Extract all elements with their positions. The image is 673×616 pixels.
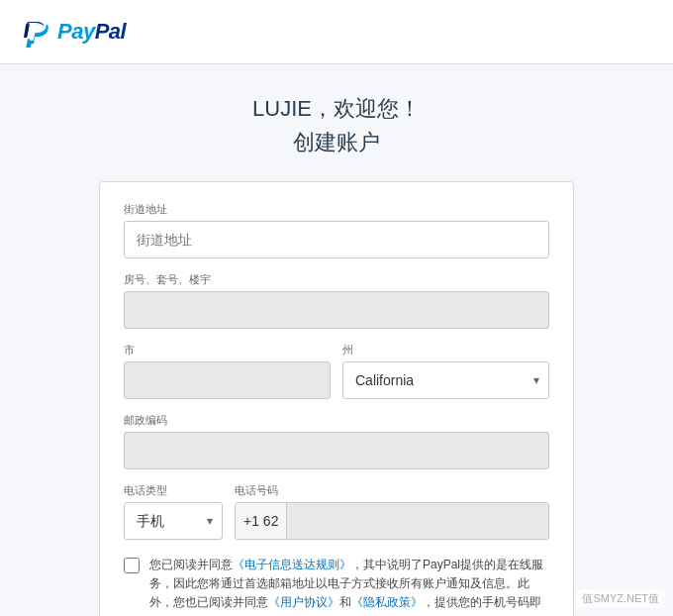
- phone-type-label: 电话类型: [124, 483, 223, 498]
- paypal-logo: PayPal: [20, 16, 126, 48]
- phone-type-select-wrapper: 手机 家庭 工作 ▾: [124, 502, 223, 540]
- street-input[interactable]: [124, 221, 549, 258]
- form-container: 街道地址 房号、套号、楼宇 市 州 California Alabama Al: [99, 181, 574, 616]
- phone-input[interactable]: [287, 503, 548, 539]
- street-address-group: 街道地址: [124, 202, 549, 258]
- paypal-logo-icon: [20, 16, 51, 48]
- zip-label: 邮政编码: [124, 413, 549, 428]
- apt-group: 房号、套号、楼宇: [124, 272, 549, 329]
- zip-input[interactable]: [124, 432, 549, 469]
- phone-type-group: 电话类型 手机 家庭 工作 ▾: [124, 483, 223, 540]
- state-group: 州 California Alabama Alaska Arizona Colo…: [342, 343, 549, 399]
- watermark: 值SMYZ.NET值: [576, 589, 665, 608]
- zip-group: 邮政编码: [124, 413, 549, 469]
- apt-input[interactable]: [124, 291, 549, 329]
- agreement-text: 您已阅读并同意《电子信息送达规则》，其中说明了PayPal提供的是在线服务，因此…: [149, 556, 549, 616]
- phone-number-label: 电话号码: [235, 483, 549, 498]
- main-content: LUJIE，欢迎您！ 创建账户 街道地址 房号、套号、楼宇 市 州 C: [0, 64, 673, 616]
- paypal-logo-text: PayPal: [57, 19, 126, 45]
- city-label: 市: [124, 343, 331, 358]
- electronic-rules-link[interactable]: 《电子信息送达规则》: [233, 558, 351, 571]
- greeting-text: LUJIE，欢迎您！: [252, 94, 421, 124]
- phone-type-select[interactable]: 手机 家庭 工作: [124, 502, 223, 540]
- privacy-policy-link[interactable]: 《隐私政策》: [351, 595, 423, 609]
- city-group: 市: [124, 343, 331, 399]
- state-select-wrapper: California Alabama Alaska Arizona Colora…: [342, 361, 549, 399]
- city-input[interactable]: [124, 361, 331, 399]
- phone-row: 电话类型 手机 家庭 工作 ▾ 电话号码 +1 62: [124, 483, 549, 540]
- page-title: LUJIE，欢迎您！ 创建账户: [252, 94, 421, 157]
- phone-number-group: 电话号码 +1 62: [235, 483, 549, 540]
- apt-label: 房号、套号、楼宇: [124, 272, 549, 287]
- street-label: 街道地址: [124, 202, 549, 217]
- agreement-text-3: 和: [339, 595, 351, 609]
- phone-number-wrapper: +1 62: [235, 502, 549, 540]
- subtitle-text: 创建账户: [252, 128, 421, 157]
- user-agreement-link[interactable]: 《用户协议》: [268, 595, 339, 609]
- agreement-text-1: 您已阅读并同意: [149, 558, 233, 571]
- agreement-section: 您已阅读并同意《电子信息送达规则》，其中说明了PayPal提供的是在线服务，因此…: [124, 556, 549, 616]
- city-state-row: 市 州 California Alabama Alaska Arizona Co…: [124, 343, 549, 399]
- page-header: PayPal: [0, 0, 673, 64]
- phone-country-code: +1 62: [236, 503, 287, 539]
- agreement-checkbox[interactable]: [124, 558, 140, 573]
- state-select[interactable]: California Alabama Alaska Arizona Colora…: [342, 361, 549, 399]
- state-label: 州: [342, 343, 549, 358]
